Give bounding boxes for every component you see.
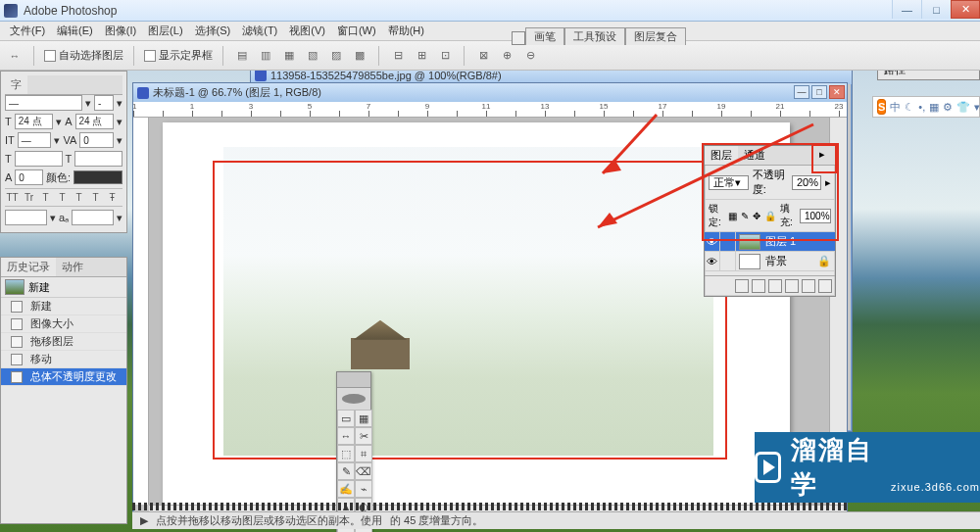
trash-icon[interactable] (818, 279, 832, 293)
visibility-icon[interactable]: 👁 (705, 232, 720, 252)
style-t2[interactable]: T (55, 192, 70, 203)
style-strike[interactable]: Ŧ (105, 192, 120, 203)
ruler-vertical[interactable] (133, 118, 149, 505)
ime-icon-4[interactable]: ⚙ (943, 101, 953, 114)
align-icon-4[interactable]: ▧ (304, 47, 321, 65)
menu-image[interactable]: 图像(I) (99, 24, 142, 38)
history-tab[interactable]: 历史记录 (1, 258, 56, 276)
channels-tab[interactable]: 通道 (738, 146, 771, 165)
align-icon-1[interactable]: ▤ (233, 47, 251, 65)
ime-icon-6[interactable]: ▾ (974, 101, 980, 114)
ime-icon-5[interactable]: 👕 (956, 101, 970, 114)
close-button[interactable]: ✕ (951, 0, 980, 19)
font-style-field[interactable]: - (94, 95, 114, 111)
lock-all-icon[interactable]: 🔒 (764, 211, 776, 221)
tool-5[interactable]: ⌗ (355, 445, 372, 462)
dist-icon-5[interactable]: ⊕ (498, 47, 515, 65)
tool-4[interactable]: ⬚ (337, 445, 355, 462)
font-size-field[interactable]: 24 点 (15, 114, 53, 129)
dist-icon-6[interactable]: ⊖ (521, 47, 539, 65)
menu-help[interactable]: 帮助(H) (382, 24, 430, 38)
move-tool-icon[interactable]: ↔ (6, 47, 24, 65)
layer-thumb[interactable] (739, 254, 760, 269)
dist-icon-4[interactable]: ⊠ (474, 47, 492, 65)
menu-view[interactable]: 视图(V) (283, 24, 331, 38)
align-icon-2[interactable]: ▥ (257, 47, 274, 65)
tool-3[interactable]: ✂ (355, 427, 372, 445)
doc-min-button[interactable]: — (794, 85, 809, 99)
visibility-icon[interactable]: 👁 (705, 252, 720, 271)
doc-max-button[interactable]: □ (811, 85, 827, 99)
actions-tab[interactable]: 动作 (56, 258, 89, 276)
tool-2[interactable]: ↔ (337, 427, 355, 445)
tool-7[interactable]: ⌫ (355, 462, 372, 480)
style-tt[interactable]: TT (5, 192, 20, 203)
adjust-icon[interactable] (768, 279, 782, 293)
layer-name[interactable]: 背景 (763, 254, 817, 268)
text-color-swatch[interactable] (74, 170, 122, 184)
font-family-field[interactable]: — (5, 95, 82, 111)
fill-field[interactable]: 100% (800, 209, 831, 223)
auto-select-checkbox[interactable]: 自动选择图层 (44, 48, 123, 63)
minimize-button[interactable]: — (892, 0, 921, 19)
doc-front-header[interactable]: 未标题-1 @ 66.7% (图层 1, RGB/8) — □ ✕ (133, 83, 847, 102)
aa-field[interactable] (72, 210, 114, 225)
char-tab[interactable]: 字 (5, 75, 27, 94)
toolbox-header[interactable] (337, 372, 370, 388)
paths-panel-stub[interactable]: 路径 (877, 71, 980, 80)
menu-file[interactable]: 文件(F) (4, 24, 51, 38)
dist-icon-1[interactable]: ⊟ (389, 47, 407, 65)
ime-icon-1[interactable]: ☾ (905, 101, 914, 114)
align-icon-5[interactable]: ▨ (327, 47, 345, 65)
menu-edit[interactable]: 编辑(E) (51, 24, 99, 38)
hscale-field[interactable] (74, 151, 122, 167)
align-icon-3[interactable]: ▦ (280, 47, 298, 65)
lock-pixel-icon[interactable]: ✎ (741, 211, 749, 221)
align-icon-6[interactable]: ▩ (351, 47, 368, 65)
panel-menu-icon[interactable]: ▸ (819, 148, 833, 162)
blend-mode-select[interactable]: 正常 ▾ (709, 175, 749, 190)
doc-close-button[interactable]: ✕ (829, 85, 845, 99)
link-icon[interactable] (720, 232, 736, 252)
tool-0[interactable]: ▭ (337, 410, 355, 427)
layer-row[interactable]: 👁 背景 🔒 (705, 252, 835, 271)
menu-filter[interactable]: 滤镜(T) (236, 24, 283, 38)
fx-icon[interactable] (735, 279, 749, 293)
layers-tab[interactable]: 图层 (705, 146, 738, 165)
link-icon[interactable] (720, 252, 736, 271)
style-t1[interactable]: T (38, 192, 53, 203)
opacity-field[interactable]: 20% (792, 175, 821, 190)
tool-6[interactable]: ✎ (337, 462, 355, 480)
mask-icon[interactable] (752, 279, 765, 293)
kerning-field[interactable]: 0 (79, 132, 114, 148)
tab-brush[interactable]: 画笔 (525, 27, 564, 45)
tool-9[interactable]: ⌁ (355, 480, 372, 498)
menu-select[interactable]: 选择(S) (189, 24, 237, 38)
menu-window[interactable]: 窗口(W) (331, 24, 382, 38)
folder-icon[interactable] (785, 279, 799, 293)
tab-tool-preset[interactable]: 工具预设 (564, 27, 625, 45)
maximize-button[interactable]: □ (921, 0, 951, 19)
dist-icon-2[interactable]: ⊞ (413, 47, 430, 65)
layer-row-selected[interactable]: 👁 图层 1 (705, 232, 835, 252)
opacity-arrow-icon[interactable]: ▸ (825, 176, 831, 189)
tab-layer-comp[interactable]: 图层复合 (625, 27, 686, 45)
style-t3[interactable]: T (72, 192, 86, 203)
history-doc-thumb[interactable] (5, 279, 24, 295)
tool-8[interactable]: ✍ (337, 480, 355, 498)
tracking-field[interactable]: — (18, 132, 52, 148)
new-layer-icon[interactable] (802, 279, 815, 293)
layer-thumb[interactable] (739, 234, 760, 250)
baseline-field[interactable]: 0 (15, 169, 43, 185)
show-bounds-checkbox[interactable]: 显示定界框 (144, 48, 213, 63)
lock-trans-icon[interactable]: ▦ (728, 211, 737, 221)
ime-icon-3[interactable]: ▦ (929, 101, 939, 114)
ime-brand-icon[interactable]: S (877, 99, 886, 115)
style-t4[interactable]: T (88, 192, 103, 203)
menu-layer[interactable]: 图层(L) (142, 24, 188, 38)
dock-icon[interactable] (512, 31, 525, 45)
ruler-horizontal[interactable]: -11357911131517192123 (133, 102, 847, 118)
layer-name[interactable]: 图层 1 (763, 234, 835, 249)
ime-icon-0[interactable]: 中 (890, 100, 901, 115)
leading-field[interactable]: 24 点 (75, 114, 114, 129)
